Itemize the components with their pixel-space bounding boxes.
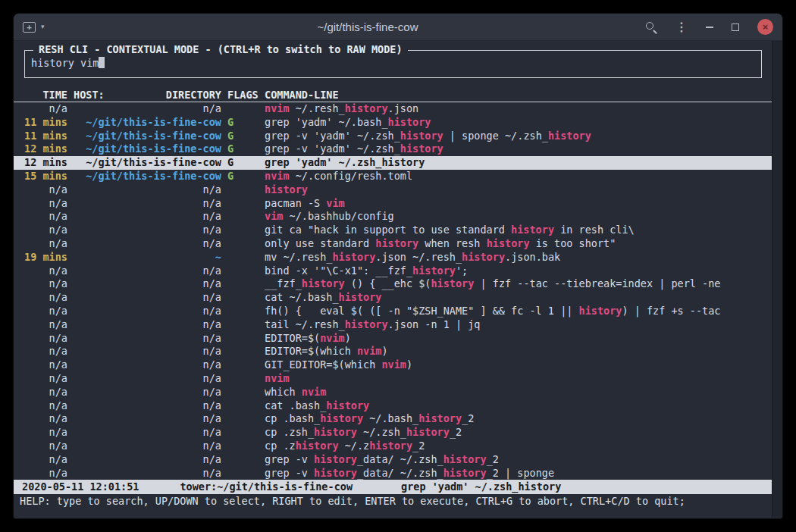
command-highlight: history [375, 237, 418, 249]
history-row[interactable]: 11 mins ~/git/this-is-fine-cow G grep -v… [14, 130, 772, 143]
header-hostdir: HOST:DIRECTORY [74, 88, 221, 102]
command-highlight: history [548, 130, 591, 142]
history-row[interactable]: n/a n/a vim ~/.bashhub/config [14, 210, 772, 224]
close-button[interactable]: × [757, 19, 773, 35]
history-row[interactable]: n/a n/a cp .zhistory ~/.zhistory_2 [14, 440, 772, 453]
terminal-window: + ▾ ~/git/this-is-fine-cow ⋮ × RESH CLI … [14, 14, 782, 518]
cell-time: n/a [24, 372, 67, 386]
cell-hostdir: n/a [74, 210, 221, 224]
cell-time: n/a [24, 399, 67, 413]
history-row[interactable]: n/a n/a __fzf_history () { __ehc $(histo… [14, 277, 772, 291]
history-row[interactable]: n/a n/a grep -v history_data/ ~/.zsh_his… [14, 467, 772, 480]
cell-hostdir: n/a [74, 305, 221, 318]
cell-time: n/a [24, 318, 67, 332]
command-text: only use standard [265, 237, 375, 249]
history-row[interactable]: 19 mins ~ mv ~/.resh_history.json ~/.res… [14, 251, 772, 264]
minimize-icon[interactable] [706, 27, 713, 28]
status-date: 2020-05-11 12:01:51 [22, 480, 139, 494]
tab-dropdown-caret-icon[interactable]: ▾ [41, 23, 45, 30]
history-row[interactable]: 12 mins ~/git/this-is-fine-cow G grep 'y… [14, 156, 772, 170]
history-row[interactable]: n/a n/a grep -v history_data/ ~/.zsh_his… [14, 453, 772, 467]
history-row[interactable]: n/a n/a which nvim [14, 386, 772, 399]
history-row[interactable]: n/a n/a git ca "hack in support to use s… [14, 224, 772, 237]
history-row[interactable]: n/a n/a bind -x '"\C-x1": __fzf_history'… [14, 264, 772, 278]
cell-hostdir: n/a [74, 412, 221, 426]
cell-time: n/a [24, 345, 67, 358]
cell-command: nvim [265, 372, 760, 386]
command-highlight: history [511, 224, 554, 236]
history-row[interactable]: n/a n/a cp .zsh_history ~/.zsh_history_2 [14, 426, 772, 440]
cell-command: cat ~/.bash_history [265, 291, 760, 305]
history-row[interactable]: n/a n/a cat .bash_history [14, 399, 772, 413]
cell-command: only use standard history when resh hist… [265, 237, 760, 251]
search-icon[interactable] [644, 20, 657, 33]
history-row[interactable]: n/a n/a EDITOR=$(nvim) [14, 332, 772, 346]
command-highlight: nvim [357, 345, 382, 357]
command-highlight: nvim [265, 102, 290, 114]
history-row[interactable]: n/a n/a nvim [14, 372, 772, 386]
command-highlight: history [314, 426, 357, 438]
cell-command: EDITOR=$(nvim) [265, 332, 760, 346]
command-highlight: history [579, 305, 622, 317]
cell-time: n/a [24, 386, 67, 399]
cell-time: n/a [24, 277, 67, 291]
scrollbar[interactable] [772, 41, 782, 518]
history-row[interactable]: 15 mins ~/git/this-is-fine-cow G nvim ~/… [14, 170, 772, 183]
history-row[interactable]: n/a n/a EDITOR=$(which nvim) [14, 345, 772, 358]
history-row[interactable]: 12 mins ~/git/this-is-fine-cow G grep -v… [14, 142, 772, 156]
history-row[interactable]: n/a n/a history [14, 183, 772, 197]
history-row[interactable]: n/a n/a nvim ~/.resh_history.json [14, 102, 772, 116]
cell-command: EDITOR=$(which nvim) [265, 345, 760, 358]
header-time: TIME [24, 88, 67, 102]
command-highlight: history [296, 440, 339, 452]
cell-time: n/a [24, 237, 67, 251]
history-row[interactable]: n/a n/a cp .bash_history ~/.bash_history… [14, 412, 772, 426]
history-row[interactable]: n/a n/a cat ~/.bash_history [14, 291, 772, 305]
cell-flags [227, 345, 259, 358]
command-text: ~/.resh_ [290, 102, 345, 114]
command-text: is too short" [530, 237, 616, 249]
command-text: .json.bak [505, 251, 560, 263]
command-highlight: history [339, 291, 382, 303]
cell-time: n/a [24, 183, 67, 197]
restore-icon[interactable] [732, 23, 739, 31]
cell-time: n/a [24, 453, 67, 467]
cell-time: n/a [24, 332, 67, 346]
cell-flags [227, 237, 259, 251]
command-highlight: history [400, 130, 443, 142]
history-row[interactable]: n/a n/a only use standard history when r… [14, 237, 772, 251]
history-row[interactable]: n/a n/a fh() { eval $( ([ -n "$ZSH_NAME"… [14, 305, 772, 318]
cell-flags [227, 210, 259, 224]
command-highlight: history [265, 183, 308, 196]
command-text: in resh cli\ [554, 224, 635, 236]
cell-time: n/a [24, 358, 67, 372]
command-highlight: nvim [302, 386, 327, 398]
cell-hostdir: n/a [74, 426, 221, 440]
history-row[interactable]: n/a n/a tail ~/.resh_history.json -n 1 |… [14, 318, 772, 332]
command-text: .json [388, 102, 419, 114]
command-text: _data/ ~/.zsh_ [357, 453, 443, 465]
command-text: grep -v 'yadm' ~/.zsh_ [265, 130, 400, 142]
cell-flags [227, 291, 259, 305]
cell-hostdir: n/a [74, 453, 221, 467]
command-text: cp .bash_ [265, 412, 320, 424]
cell-flags [227, 426, 259, 440]
header-command: COMMAND-LINE [265, 88, 760, 102]
cell-time: n/a [24, 412, 67, 426]
cell-command: mv ~/.resh_history.json ~/.resh_history.… [265, 251, 760, 264]
history-row[interactable]: n/a n/a pacman -S vim [14, 197, 772, 211]
history-row[interactable]: n/a n/a GIT_EDITOR=$(which nvim) [14, 358, 772, 372]
status-command: grep 'yadm' ~/.zsh_history [401, 480, 561, 494]
cell-time: 11 mins [24, 130, 67, 143]
menu-icon[interactable]: ⋮ [675, 21, 688, 33]
history-row[interactable]: 11 mins ~/git/this-is-fine-cow G grep 'y… [14, 116, 772, 130]
command-highlight: vim [265, 210, 283, 222]
cell-hostdir: n/a [74, 467, 221, 480]
new-tab-icon[interactable]: + [23, 22, 36, 33]
command-highlight: nvim [381, 358, 406, 371]
command-text: ) [381, 345, 387, 357]
cell-command: grep -v history_data/ ~/.zsh_history_2 [265, 453, 760, 467]
cell-flags [227, 318, 259, 332]
cell-hostdir: n/a [74, 277, 221, 291]
cell-time: n/a [24, 291, 67, 305]
